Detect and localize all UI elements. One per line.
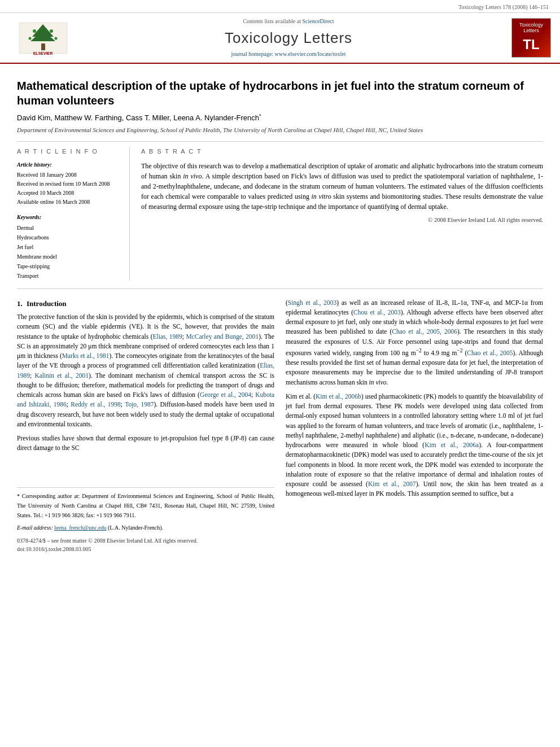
elsevier-logo-area: ELSEVIER — [9, 20, 77, 56]
article-info-column: A R T I C L E I N F O Article history: R… — [17, 147, 130, 280]
body-right-para-1: (Singh et al., 2003) as well as an incre… — [286, 298, 543, 387]
issn-line: 0378-4274/$ – see front matter © 2008 El… — [17, 536, 274, 553]
ref-kim2006b[interactable]: Kim et al., 2006b — [316, 393, 361, 400]
ref-singh2003[interactable]: Singh et al., 2003 — [288, 299, 336, 306]
journal-homepage: journal homepage: www.elsevier.com/locat… — [77, 50, 500, 58]
journal-name: Toxicology Letters — [77, 28, 500, 48]
journal-title-area: Contents lists available at ScienceDirec… — [77, 18, 500, 58]
keyword-transport: Transport — [17, 271, 121, 281]
info-abstract-section: A R T I C L E I N F O Article history: R… — [17, 147, 543, 280]
ref-george2004[interactable]: George et al., 2004 — [200, 391, 251, 398]
ref-mccarley2001[interactable]: McCarley and Bunge, 2001 — [186, 333, 259, 340]
keyword-jetfuel: Jet fuel — [17, 242, 121, 252]
received-date: Received 18 January 2008 — [17, 171, 121, 180]
email-footnote: E-mail address: leena_french@unc.edu (L.… — [17, 523, 274, 532]
svg-point-7 — [54, 37, 57, 40]
revised-date: Received in revised form 10 March 2008 — [17, 180, 121, 189]
ref-chao2005[interactable]: Chao et al., 2005, 2006 — [392, 328, 457, 335]
abstract-text: The objective of this research was to de… — [141, 161, 543, 212]
svg-point-5 — [50, 29, 53, 33]
article-content: Mathematical description of the uptake o… — [0, 64, 560, 565]
abstract-column: A B S T R A C T The objective of this re… — [141, 147, 543, 280]
email-link[interactable]: leena_french@unc.edu — [54, 525, 106, 531]
body-para-1: The protective function of the skin is p… — [17, 312, 274, 429]
article-title: Mathematical description of the uptake o… — [17, 78, 543, 108]
journal-banner: ELSEVIER Contents lists available at Sci… — [0, 13, 560, 64]
homepage-link[interactable]: journal homepage: www.elsevier.com/locat… — [231, 51, 345, 57]
issn-text: 0378-4274/$ – see front matter © 2008 El… — [17, 536, 274, 545]
abstract-header: A B S T R A C T — [141, 147, 543, 156]
footnote-area: * Corresponding author at: Department of… — [17, 487, 274, 554]
ref-chao2005b[interactable]: Chao et al., 2005 — [467, 350, 513, 356]
keyword-hydrocarbons: Hydrocarbons — [17, 233, 121, 242]
keywords-list: Dermal Hydrocarbons Jet fuel Membrane mo… — [17, 223, 121, 281]
ref-kim2007[interactable]: Kim et al., 2007 — [368, 480, 416, 487]
section1-number: 1. — [17, 299, 23, 308]
copyright-line: © 2008 Elsevier Ireland Ltd. All rights … — [141, 216, 543, 225]
journal-ref-text: Toxicology Letters 178 (2008) 146–151 — [458, 4, 549, 10]
article-history: Article history: Received 18 January 200… — [17, 161, 121, 207]
corresponding-author-footnote: * Corresponding author at: Department of… — [17, 491, 274, 521]
doi-text: doi:10.1016/j.toxlet.2008.03.005 — [17, 545, 274, 553]
ref-kim2006a[interactable]: Kim et al., 2006a — [425, 442, 479, 448]
svg-rect-1 — [41, 43, 45, 50]
ref-kalinin2001[interactable]: Kalinin et al., 2001 — [34, 372, 89, 379]
body-right-para-2: Kim et al. (Kim et al., 2006b) used phar… — [286, 392, 543, 499]
keywords-section: Keywords: Dermal Hydrocarbons Jet fuel M… — [17, 213, 121, 281]
author-names: David Kim, Matthew W. Farthing, Cass T. … — [17, 114, 259, 123]
corresponding-author-marker: * — [259, 113, 261, 119]
sciencedirect-line: Contents lists available at ScienceDirec… — [77, 18, 500, 25]
ref-marks1981[interactable]: Marks et al., 1981 — [62, 352, 110, 359]
authors-line: David Kim, Matthew W. Farthing, Cass T. … — [17, 112, 543, 124]
keyword-membrane: Membrane model — [17, 252, 121, 261]
accepted-date: Accepted 10 March 2008 — [17, 189, 121, 198]
section1-heading: Introduction — [27, 299, 67, 308]
keywords-label: Keywords: — [17, 213, 121, 221]
svg-point-6 — [28, 37, 31, 40]
ref-elias1989[interactable]: Elias, 1989 — [152, 333, 182, 340]
header-divider — [17, 141, 543, 142]
ref-reddy1998[interactable]: Reddy et al., 1998 — [71, 401, 121, 408]
tl-initials: TL — [523, 35, 539, 54]
abstract-body-divider — [17, 289, 543, 289]
article-info-header: A R T I C L E I N F O — [17, 147, 121, 156]
history-label: Article history: — [17, 161, 121, 169]
journal-reference-header: Toxicology Letters 178 (2008) 146–151 — [0, 0, 560, 13]
shown-text: shown — [77, 435, 94, 442]
toxicology-letters-logo: ToxicologyLetters TL — [511, 18, 551, 58]
ref-chou2003[interactable]: Chou et al., 2003 — [353, 309, 401, 316]
body-text-section: 1. Introduction The protective function … — [17, 298, 543, 554]
body-para-2: Previous studies have shown that dermal … — [17, 434, 274, 453]
sciencedirect-link[interactable]: ScienceDirect — [302, 18, 334, 24]
body-left-column: 1. Introduction The protective function … — [17, 298, 274, 554]
keyword-dermal: Dermal — [17, 223, 121, 233]
svg-text:ELSEVIER: ELSEVIER — [33, 51, 53, 55]
elsevier-tree-icon: ELSEVIER — [16, 20, 70, 56]
svg-point-4 — [33, 29, 36, 33]
ref-tojo1987[interactable]: Tojo, 1987 — [125, 401, 154, 408]
article-dates: Received 18 January 2008 Received in rev… — [17, 171, 121, 207]
keyword-tape: Tape-stripping — [17, 261, 121, 271]
section1-title: 1. Introduction — [17, 298, 274, 309]
affiliation: Department of Environmental Sciences and… — [17, 126, 543, 134]
available-date: Available online 16 March 2008 — [17, 198, 121, 207]
tl-logo-area: ToxicologyLetters TL — [500, 18, 551, 58]
body-right-column: (Singh et al., 2003) as well as an incre… — [286, 298, 543, 554]
